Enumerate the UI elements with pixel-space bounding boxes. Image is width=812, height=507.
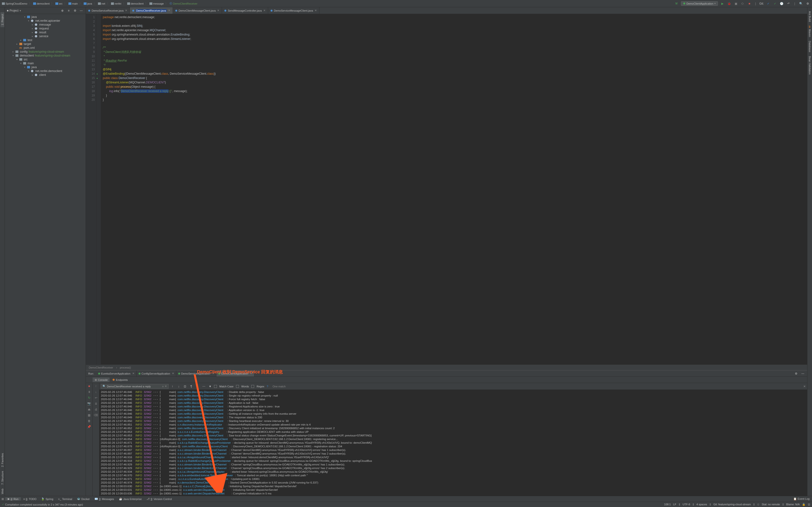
print-icon[interactable]: 🖨 xyxy=(94,407,98,411)
run-tab[interactable]: EurekaServerApplication✕ xyxy=(96,371,137,377)
tree-node[interactable]: ▸target xyxy=(5,42,86,46)
tree-node[interactable]: ▸client xyxy=(5,73,86,77)
run-tab[interactable]: ConfigServerApplication✕ xyxy=(137,371,176,377)
close-tab-icon[interactable]: ✕ xyxy=(315,9,317,12)
endpoints-tab[interactable]: ⬢Endpoints xyxy=(110,378,130,382)
vtab-database[interactable]: Database xyxy=(808,39,812,54)
collapse-icon[interactable]: ⚙ xyxy=(72,8,78,13)
bottom-tab[interactable]: ▶4: Run xyxy=(5,497,21,501)
tree-node[interactable]: ▸request xyxy=(5,26,86,31)
build-icon[interactable]: ⚒ xyxy=(674,1,679,6)
run-config-select[interactable]: ⬢ DemoClientApplication ▾ xyxy=(681,1,718,6)
tree-node[interactable]: ▸message xyxy=(5,23,86,26)
vtab-favorites[interactable]: 2: Favorites xyxy=(0,451,4,469)
editor-tab[interactable]: DemoClientMessageClient.java✕ xyxy=(173,7,222,14)
panel-title[interactable]: ■Project▾ xyxy=(7,9,60,12)
tree-node[interactable]: ▸config feature/spring-cloud-stream xyxy=(5,50,86,54)
status-enc[interactable]: UTF-8 xyxy=(682,503,690,506)
breadcrumb-item[interactable]: SpringCloudDemo xyxy=(2,2,27,5)
memory-icon[interactable]: ⊡ xyxy=(808,503,810,506)
close-tab-icon[interactable]: ✕ xyxy=(125,9,127,12)
run-settings-icon[interactable]: ⚙ xyxy=(794,371,799,376)
tree-node[interactable]: ▾java xyxy=(5,15,86,19)
bottom-tab[interactable]: 📧0: Messages xyxy=(92,497,116,501)
editor-tab[interactable]: SendMessageController.java✕ xyxy=(222,7,268,14)
search-prev-icon[interactable]: ↑ xyxy=(170,384,175,389)
editor-tab[interactable]: DemoServiceReceiver.java✕ xyxy=(86,7,130,14)
search-opt3-icon[interactable]: ⋮ xyxy=(195,384,200,389)
breadcrumb-item[interactable]: ⓒDemoClientReceiver xyxy=(169,2,197,5)
tree-node[interactable]: ▾democlient feature/spring-cloud-stream xyxy=(5,54,86,58)
stop-icon[interactable]: ■ xyxy=(747,1,752,6)
search-history-icon[interactable]: ≡ xyxy=(162,385,164,388)
select-opened-icon[interactable]: ⊕ xyxy=(60,8,65,13)
scroll-icon[interactable]: ⇊ xyxy=(94,401,98,406)
console-search-input[interactable]: 🔍 ≡ ✕ xyxy=(101,384,168,389)
close-tab-icon[interactable]: ✕ xyxy=(263,9,265,12)
close-run-tab-icon[interactable]: ✕ xyxy=(132,372,135,375)
close-search-icon[interactable]: ✕ xyxy=(803,385,806,388)
event-log-tab[interactable]: 📋 Event Log xyxy=(794,497,810,501)
bottom-tab[interactable]: 🐳Docker xyxy=(74,497,92,501)
bottom-tab[interactable]: ☕Java Enterprise xyxy=(116,497,144,501)
tree-node[interactable]: ▾main xyxy=(5,61,86,65)
console-tab[interactable]: ▣Console xyxy=(93,378,109,382)
pause-icon[interactable]: ⏸ xyxy=(87,390,91,394)
vtab-maven[interactable]: mMaven xyxy=(808,24,812,39)
wrap-icon[interactable]: ↩ xyxy=(94,396,98,400)
editor-tab[interactable]: DemoClientReceiver.java✕ xyxy=(130,7,173,14)
breadcrumb-item[interactable]: democlient xyxy=(127,2,144,5)
close-tab-icon[interactable]: ✕ xyxy=(168,9,170,12)
run-hide-icon[interactable]: — xyxy=(800,371,805,376)
breadcrumb-item[interactable]: src xyxy=(55,2,63,5)
match-case-check[interactable] xyxy=(214,385,217,388)
vtab-ant[interactable]: Ant Build xyxy=(808,9,812,24)
console-output[interactable]: 2020-02-26 12:07:46.846 INFO 32962 --- [… xyxy=(99,390,807,496)
lock-icon[interactable]: 🔓 xyxy=(802,503,806,506)
bottom-tab[interactable]: ⎇9: Version Control xyxy=(144,497,174,501)
status-pos[interactable]: 108:1 xyxy=(664,503,671,506)
close-run-tab-icon[interactable]: ✕ xyxy=(250,372,252,375)
breadcrumb-item[interactable]: main xyxy=(68,2,78,5)
editor-tab[interactable]: DemoServiceMessageClient.java✕ xyxy=(268,7,319,14)
run-tab[interactable]: DemoClientApplication✕ xyxy=(216,371,254,377)
vtab-structure[interactable]: 7: Structure xyxy=(0,469,4,487)
debug-icon[interactable]: 🐞 xyxy=(727,1,731,6)
profile-icon[interactable]: ⏲ xyxy=(740,1,745,6)
search-opt4-icon[interactable]: ⋯ xyxy=(201,384,206,389)
status-blame[interactable]: Blame: N/A xyxy=(786,503,800,506)
tree-node[interactable]: ▸service xyxy=(5,34,86,38)
pin-icon[interactable]: 📌 xyxy=(87,425,91,429)
search-opt1-icon[interactable]: ⊡ xyxy=(183,384,188,389)
tree-node[interactable]: mpom.xml xyxy=(5,46,86,50)
clear-icon[interactable]: ⌫ xyxy=(94,413,98,417)
stop-run-icon[interactable]: ■ xyxy=(87,384,91,388)
up-icon[interactable]: ↑ xyxy=(94,384,98,388)
search-clear-icon[interactable]: ✕ xyxy=(165,385,167,388)
expand-icon[interactable]: ≡ xyxy=(66,8,71,13)
vtab-web[interactable]: Web xyxy=(0,487,4,496)
coverage-icon[interactable]: ▣ xyxy=(733,1,738,6)
bottom-tab[interactable]: >_Terminal xyxy=(56,497,74,501)
search-opt2-icon[interactable]: ¶ xyxy=(189,384,194,389)
exit-icon[interactable]: ⏏ xyxy=(87,407,91,411)
status-lf[interactable]: LF xyxy=(673,503,676,506)
close-run-tab-icon[interactable]: ✕ xyxy=(212,372,214,375)
project-tree[interactable]: ▾java▾net.renfei.apicenter▸message▸reque… xyxy=(5,14,86,496)
breadcrumb-item[interactable]: renfei xyxy=(111,2,121,5)
search-next-icon[interactable]: ↓ xyxy=(176,384,181,389)
run-tab[interactable]: DemoServiceApplication✕ xyxy=(176,371,216,377)
breadcrumb-item[interactable]: net xyxy=(98,2,105,5)
crumb-class[interactable]: DemoClientReceiver xyxy=(89,366,113,369)
regex-help[interactable]: ? xyxy=(267,385,268,388)
tree-node[interactable]: ▸test xyxy=(5,38,86,42)
rerun-icon[interactable]: ↻ xyxy=(87,396,91,400)
bottom-tab[interactable]: 🍃Spring xyxy=(39,497,56,501)
vtab-bean[interactable]: Bean Validation xyxy=(808,54,812,76)
vtab-project[interactable]: 1: Project xyxy=(0,12,4,27)
layout-icon[interactable]: ▦ xyxy=(87,413,91,417)
tool-window-icon[interactable]: ▦ xyxy=(0,497,5,501)
breadcrumb-item[interactable]: message xyxy=(149,2,164,5)
git-commit-icon[interactable]: ✓ xyxy=(773,1,777,6)
close-tab-icon[interactable]: ✕ xyxy=(217,9,219,12)
